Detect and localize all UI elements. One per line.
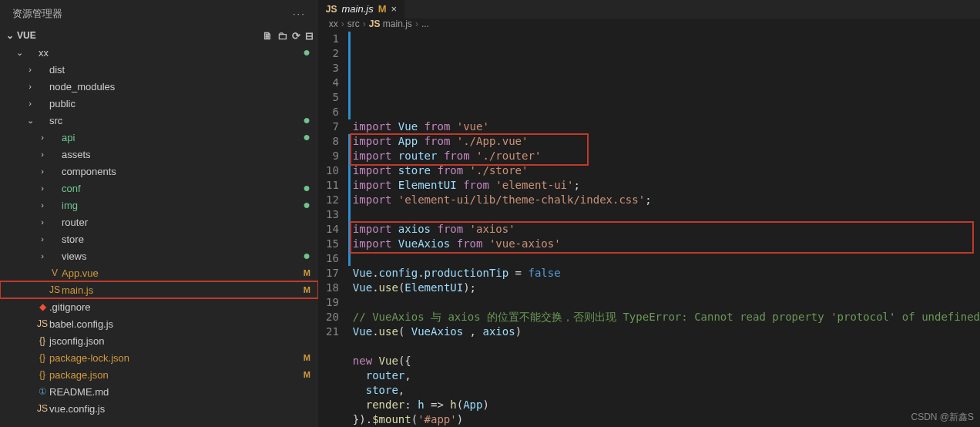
tree-item-label: README.md — [49, 386, 298, 398]
tree-item-label: package.json — [49, 369, 298, 381]
crumb-item[interactable]: ... — [421, 18, 429, 29]
tree-file[interactable]: {}package.jsonM — [0, 366, 318, 383]
git-gutter-mark — [348, 134, 351, 266]
tree-file[interactable]: JSmain.jsM — [0, 281, 318, 298]
tree-item-label: jsconfig.json — [49, 335, 298, 347]
tree-item-label: store — [62, 234, 298, 245]
tree-folder[interactable]: ›img● — [0, 197, 318, 214]
tree-folder[interactable]: ›assets — [0, 146, 318, 163]
tree-folder[interactable]: ›dist — [0, 61, 318, 78]
tree-item-label: package-lock.json — [49, 352, 298, 364]
tree-folder[interactable]: ›node_modules — [0, 78, 318, 95]
new-folder-icon[interactable]: 🗀 — [277, 30, 287, 42]
crumb-item[interactable]: JS main.js — [369, 18, 412, 29]
tree-item-label: conf — [62, 183, 298, 194]
tree-item-label: components — [62, 166, 298, 177]
file-tree[interactable]: ⌄xx●›dist›node_modules›public⌄src●›api●›… — [0, 44, 318, 427]
tree-item-label: img — [62, 200, 298, 211]
breadcrumb[interactable]: xx›src›JS main.js›... — [318, 18, 980, 30]
chevron-down-icon: ⌄ — [5, 30, 15, 41]
section-label: VUE — [17, 30, 36, 41]
code-area[interactable]: 123456789101112131415161718192021 import… — [318, 30, 980, 427]
tree-folder[interactable]: ⌄src● — [0, 112, 318, 129]
tree-item-label: vue.config.js — [49, 403, 298, 415]
tree-folder[interactable]: ›router — [0, 214, 318, 230]
tree-file[interactable]: {}package-lock.jsonM — [0, 349, 318, 366]
tree-file[interactable]: ①README.md — [0, 383, 318, 400]
editor-tabs: JS main.js M × — [318, 0, 980, 18]
explorer-sidebar: 资源管理器 ··· ⌄ VUE 🗎 🗀 ⟳ ⊟ ⌄xx●›dist›node_m… — [0, 0, 318, 427]
tree-item-label: xx — [39, 47, 298, 59]
tree-file[interactable]: {}jsconfig.json — [0, 332, 318, 349]
tree-item-label: babel.config.js — [49, 318, 298, 330]
git-status-badge: M — [378, 3, 387, 15]
editor-pane: JS main.js M × xx›src›JS main.js›... 123… — [318, 0, 980, 427]
collapse-all-icon[interactable]: ⊟ — [305, 30, 314, 42]
explorer-header: 资源管理器 ··· — [0, 0, 318, 27]
watermark: CSDN @新鑫S — [911, 411, 974, 424]
tree-folder[interactable]: ›store — [0, 230, 318, 247]
tree-item-label: dist — [49, 64, 298, 76]
tree-item-label: .gitignore — [49, 301, 298, 313]
tree-file[interactable]: JSvue.config.js — [0, 400, 318, 417]
git-gutter-mark — [348, 32, 351, 119]
close-icon[interactable]: × — [391, 3, 398, 15]
tab-label: main.js — [342, 3, 374, 15]
explorer-title: 资源管理器 — [12, 7, 62, 21]
tree-item-label: main.js — [62, 284, 298, 296]
tree-folder[interactable]: ⌄xx● — [0, 44, 318, 61]
crumb-item[interactable]: src — [347, 18, 360, 29]
tree-file[interactable]: VApp.vueM — [0, 264, 318, 281]
tree-item-label: public — [49, 98, 298, 109]
tree-item-label: node_modules — [49, 81, 298, 92]
crumb-item[interactable]: xx — [329, 18, 338, 29]
new-file-icon[interactable]: 🗎 — [263, 30, 273, 42]
tree-item-label: assets — [62, 149, 298, 160]
tree-folder[interactable]: ›api● — [0, 129, 318, 146]
tree-folder[interactable]: ›public — [0, 95, 318, 112]
tab-main-js[interactable]: JS main.js M × — [318, 0, 405, 18]
tree-file[interactable]: ◆.gitignore — [0, 298, 318, 315]
tree-file[interactable]: JSbabel.config.js — [0, 315, 318, 332]
tree-folder[interactable]: ›views● — [0, 247, 318, 264]
tree-folder[interactable]: ›components — [0, 163, 318, 180]
more-icon[interactable]: ··· — [293, 8, 306, 19]
js-file-icon: JS — [326, 4, 337, 15]
tree-item-label: router — [62, 217, 298, 228]
tree-folder[interactable]: ›conf● — [0, 180, 318, 197]
tree-item-label: views — [62, 250, 298, 262]
tree-item-label: api — [62, 132, 298, 143]
tree-item-label: src — [49, 115, 298, 126]
code-source[interactable]: import Vue from 'vue'import App from './… — [353, 32, 980, 427]
explorer-section[interactable]: ⌄ VUE 🗎 🗀 ⟳ ⊟ — [0, 27, 318, 44]
refresh-icon[interactable]: ⟳ — [292, 30, 300, 42]
tree-item-label: App.vue — [62, 267, 298, 279]
